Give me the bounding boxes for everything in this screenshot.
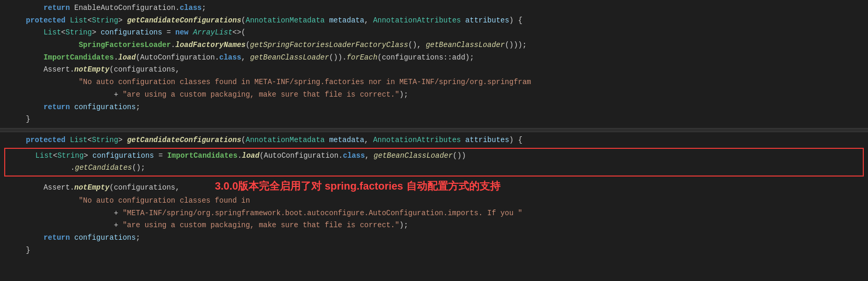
chinese-annotation: 3.0.0版本完全启用了对 spring.factories 自动配置方式的支持 [215,180,500,192]
code-container: return EnableAutoConfiguration.class; pr… [0,0,868,281]
line-return-enable: return EnableAutoConfiguration.class; [0,2,868,15]
line-assert-not-empty-2: Assert.notEmpty(configurations, 3.0.0版本完… [0,178,868,195]
line-boxed-1: List<String> configurations = ImportCand… [9,150,859,162]
line-list-init: List<String> configurations = new ArrayL… [0,27,868,39]
line-import-candidates: ImportCandidates.load(AutoConfiguration.… [0,52,868,64]
line-string-5: + "are using a custom packaging, make su… [0,219,868,232]
line-string-1: "No auto configuration classes found in … [0,76,868,89]
line-spring-factories: SpringFactoriesLoader.loadFactoryNames(g… [0,39,868,52]
line-method-sig-2: protected List<String> getCandidateConfi… [0,134,868,147]
highlighted-code-block: List<String> configurations = ImportCand… [4,148,864,177]
line-close-2: } [0,244,868,257]
line-boxed-2: .getCandidates(); [9,162,859,174]
line-string-2: + "are using a custom packaging, make su… [0,89,868,101]
code-section-1: return EnableAutoConfiguration.class; pr… [0,0,868,128]
line-return-config-2: return configurations; [0,232,868,244]
line-return-config-1: return configurations; [0,101,868,114]
line-string-4: + "META-INF/spring/org.springframework.b… [0,207,868,220]
line-method-sig-1: protected List<String> getCandidateConfi… [0,15,868,27]
line-assert-not-empty-1: Assert.notEmpty(configurations, [0,64,868,76]
code-section-2: protected List<String> getCandidateConfi… [0,132,868,259]
line-close-1: } [0,113,868,126]
section-divider [0,128,868,132]
line-string-3: "No auto configuration classes found in [0,195,868,207]
